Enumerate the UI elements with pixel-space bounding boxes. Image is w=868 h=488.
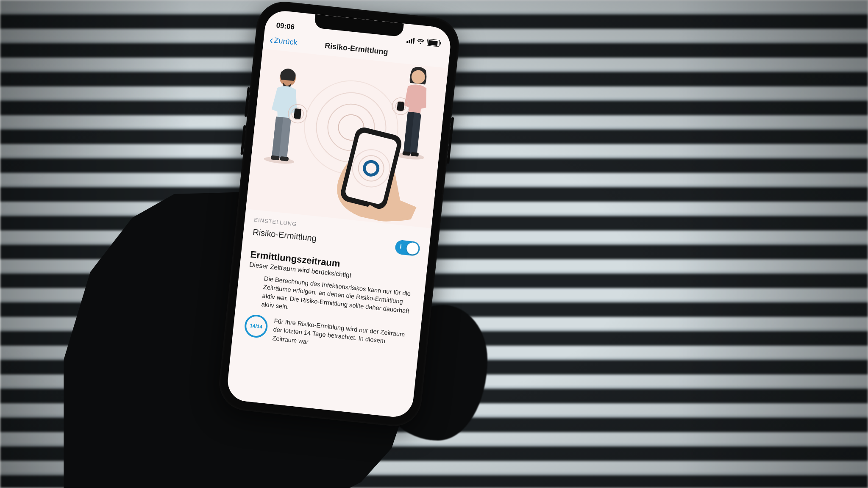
detail-section: Ermittlungszeitraum Dieser Zeitraum wird… — [232, 242, 428, 358]
cellular-icon — [406, 37, 415, 44]
battery-icon — [427, 39, 440, 47]
hero-illustration — [246, 49, 448, 228]
wifi-icon — [417, 38, 425, 45]
screen: 09:06 ‹ Zurück Risiko-Ermittlung — [226, 9, 452, 419]
phone: 09:06 ‹ Zurück Risiko-Ermittlung — [217, 0, 462, 429]
hand-phone-icon — [304, 118, 425, 231]
back-button[interactable]: ‹ Zurück — [269, 35, 298, 47]
period-badge: 14/14 — [244, 313, 269, 338]
risk-detection-label: Risiko-Ermittlung — [252, 227, 317, 244]
back-label: Zurück — [274, 36, 298, 47]
period-text: Für Ihre Risiko-Ermittlung wird nur der … — [272, 317, 411, 357]
svg-rect-15 — [397, 101, 404, 111]
status-time: 09:06 — [276, 21, 295, 31]
page-title: Risiko-Ermittlung — [324, 41, 388, 57]
svg-rect-6 — [294, 108, 301, 119]
risk-detection-toggle[interactable] — [395, 239, 420, 256]
chevron-left-icon: ‹ — [270, 40, 273, 40]
